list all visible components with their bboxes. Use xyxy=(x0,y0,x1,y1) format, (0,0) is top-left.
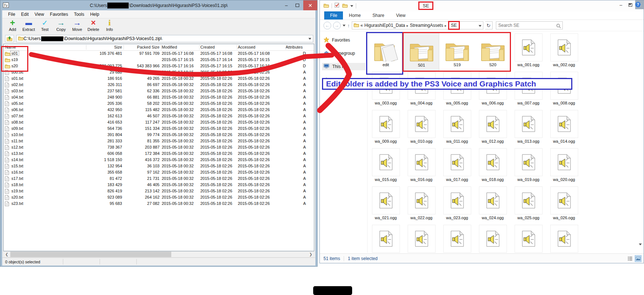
column-header-created[interactable]: Created xyxy=(200,45,215,49)
file-tile-wa_015[interactable]: wa_015.ogg xyxy=(368,148,404,186)
folder-icon[interactable] xyxy=(323,3,329,9)
menu-item-view[interactable]: View xyxy=(32,11,47,18)
minimize-button[interactable]: – xyxy=(616,0,626,9)
table-row[interactable]: s17.txt81 47221 7312015-05-18 00:322015-… xyxy=(4,176,314,182)
large-icons-view-icon[interactable] xyxy=(635,255,641,262)
table-row[interactable]: s01105 376 48197 591 7092015-05-17 16:08… xyxy=(4,51,314,57)
ribbon-expand-chevron-icon[interactable] xyxy=(629,4,632,6)
table-row[interactable]: s05.txt205 33658 2022015-05-18 00:322015… xyxy=(4,101,314,107)
file-tile-partial[interactable] xyxy=(404,224,439,253)
sevenzip-file-list[interactable]: NameSizePacked SizeModifiedCreatedAccess… xyxy=(3,44,314,251)
column-header-packed-size[interactable]: Packed Size xyxy=(114,45,160,49)
properties-icon[interactable] xyxy=(334,3,340,9)
test-button[interactable]: ✓Test xyxy=(37,18,52,32)
new-folder-icon[interactable] xyxy=(342,3,348,9)
folder-tile-edit[interactable]: edit xyxy=(368,33,404,71)
help-icon[interactable]: ? xyxy=(635,2,641,7)
menu-item-edit[interactable]: Edit xyxy=(18,11,32,18)
search-box[interactable] xyxy=(496,21,563,29)
file-tile-wa_026[interactable]: wa_026.ogg xyxy=(546,186,582,224)
scrollbar-thumb[interactable] xyxy=(10,252,171,257)
file-tile-wa_001[interactable]: wa_001.ogg xyxy=(511,33,546,71)
column-separator[interactable] xyxy=(161,45,161,50)
file-tile-wa_006[interactable]: wa_006.ogg xyxy=(475,71,511,109)
file-tile-partial[interactable] xyxy=(439,224,475,253)
column-separator[interactable] xyxy=(199,45,200,50)
table-row[interactable]: s20.txt923 089264 1622015-05-18 00:32201… xyxy=(4,195,314,201)
breadcrumb-collapse[interactable]: « xyxy=(361,23,363,28)
menu-item-favorites[interactable]: Favorites xyxy=(47,11,71,18)
column-header-name[interactable]: Name xyxy=(5,45,16,49)
folder-tile-S01[interactable]: S01 xyxy=(404,33,439,71)
file-tile-wa_025[interactable]: wa_025.ogg xyxy=(511,186,546,224)
qat-customize-chevron-icon[interactable] xyxy=(350,5,353,7)
table-row[interactable]: s10.txt391 80499 7742015-05-18 00:322015… xyxy=(4,132,314,138)
file-tile-wa_021[interactable]: wa_021.ogg xyxy=(368,186,404,224)
up-button[interactable]: ↑ xyxy=(347,23,350,28)
column-separator[interactable] xyxy=(124,45,124,50)
table-row[interactable]: s09.txt564 736151 3342015-05-18 00:32201… xyxy=(4,126,314,132)
file-tile-partial[interactable] xyxy=(368,224,404,253)
table-row[interactable]: s14.txt1 518 150416 3722015-05-18 00:322… xyxy=(4,157,314,163)
file-tile-wa_008[interactable]: wa_008.ogg xyxy=(546,71,582,109)
table-row[interactable]: s16.txt355 65897 1622015-05-18 00:322015… xyxy=(4,170,314,176)
close-button[interactable]: ✕ xyxy=(303,0,317,10)
sidebar-item-favorites[interactable]: Favorites xyxy=(322,36,351,44)
table-row[interactable]: s23.txt95 68327 0822015-05-18 00:322015-… xyxy=(4,201,314,207)
sidebar-item-network[interactable]: Network xyxy=(322,77,350,84)
folder-tile-S20[interactable]: S20 xyxy=(475,33,511,71)
tab-home[interactable]: Home xyxy=(343,11,366,19)
table-row[interactable]: s08.txt416 653117 2472015-05-18 00:32201… xyxy=(4,120,314,126)
column-separator[interactable] xyxy=(286,45,286,50)
file-tile-wa_007[interactable]: wa_007.ogg xyxy=(511,71,546,109)
file-tile-wa_022[interactable]: wa_022.ogg xyxy=(404,186,439,224)
scroll-right-arrow[interactable]: ❯ xyxy=(308,252,314,257)
horizontal-scrollbar[interactable]: ❮ ❯ xyxy=(3,251,314,257)
back-button[interactable]: ← xyxy=(323,22,331,29)
table-row[interactable]: s192015-05-17 16:152015-05-17 16:142015-… xyxy=(4,57,314,63)
refresh-button[interactable]: ↻ xyxy=(485,21,493,29)
file-tile-wa_024[interactable]: wa_024.ogg xyxy=(475,186,511,224)
table-row[interactable]: s18.txt183 42946 4052015-05-18 00:322015… xyxy=(4,182,314,188)
file-tile-partial[interactable] xyxy=(475,224,511,253)
breadcrumb-streamingassets[interactable]: StreamingAssets xyxy=(410,23,443,28)
table-row[interactable]: s06.txt432 950115 4822015-05-18 00:32201… xyxy=(4,107,314,113)
table-row[interactable]: s19.txt826 419213 1422015-05-18 00:32201… xyxy=(4,188,314,195)
column-separator[interactable] xyxy=(86,45,86,50)
menu-item-help[interactable]: Help xyxy=(87,11,102,18)
file-tile-wa_004[interactable]: wa_004.ogg xyxy=(404,71,439,109)
delete-button[interactable]: ×Delete xyxy=(86,18,101,32)
table-row[interactable]: s00.txt29 6881 5612015-05-17 18:152015-0… xyxy=(4,70,314,76)
table-row[interactable]: s11.txt281 33381 3552015-05-18 00:322015… xyxy=(4,138,314,145)
address-bar[interactable]: « HigurashiEp01_Data ▸ StreamingAssets ▸… xyxy=(352,21,483,29)
scroll-down-arrow[interactable] xyxy=(639,240,642,247)
file-tile-wa_014[interactable]: wa_014.ogg xyxy=(546,109,582,148)
file-tile-wa_010[interactable]: wa_010.ogg xyxy=(404,109,439,148)
breadcrumb-higurashiep01-data[interactable]: HigurashiEp01_Data xyxy=(364,23,405,28)
sevenzip-titlebar[interactable]: 7z C:\Users\Downloads\Higurashi\Higurash… xyxy=(0,0,317,10)
address-dropdown-button[interactable] xyxy=(479,23,482,28)
minimize-button[interactable]: – xyxy=(281,0,291,10)
table-row[interactable]: s13.txt606 058172 3842015-05-18 00:32201… xyxy=(4,151,314,157)
move-button[interactable]: →Move xyxy=(70,18,85,32)
sidebar-item-this-pc[interactable]: This PC xyxy=(322,63,365,70)
file-tile-partial[interactable] xyxy=(511,224,546,253)
tab-share[interactable]: Share xyxy=(366,11,390,19)
file-tile-wa_003[interactable]: wa_003.ogg xyxy=(368,71,404,109)
combobox-dropdown-button[interactable] xyxy=(307,35,313,42)
table-row[interactable]: s03.txt237 58162 3362015-05-18 00:322015… xyxy=(4,88,314,95)
column-header-attributes[interactable]: Attributes xyxy=(286,45,303,49)
extract-button[interactable]: ▬Extract xyxy=(21,18,36,32)
table-row[interactable]: s15.txt132 95436 1032015-05-18 00:322015… xyxy=(4,163,314,170)
file-tile-wa_011[interactable]: wa_011.ogg xyxy=(439,109,475,148)
file-tile-wa_005[interactable]: wa_005.ogg xyxy=(439,71,475,109)
table-row[interactable]: s20580 093 725543 383 9662015-05-17 16:1… xyxy=(4,63,314,70)
column-separator[interactable] xyxy=(237,45,237,50)
info-button[interactable]: iInfo xyxy=(102,18,117,32)
table-row[interactable]: s02.txt326 31186 6972015-05-18 00:322015… xyxy=(4,82,314,88)
column-header-modified[interactable]: Modified xyxy=(162,45,177,49)
table-row[interactable]: s04.txt248 90066 8812015-05-18 00:322015… xyxy=(4,95,314,101)
add-button[interactable]: +Add xyxy=(5,18,20,32)
maximize-button[interactable] xyxy=(292,0,303,10)
table-row[interactable]: s07.txt162 61346 5072015-05-18 00:322015… xyxy=(4,113,314,120)
